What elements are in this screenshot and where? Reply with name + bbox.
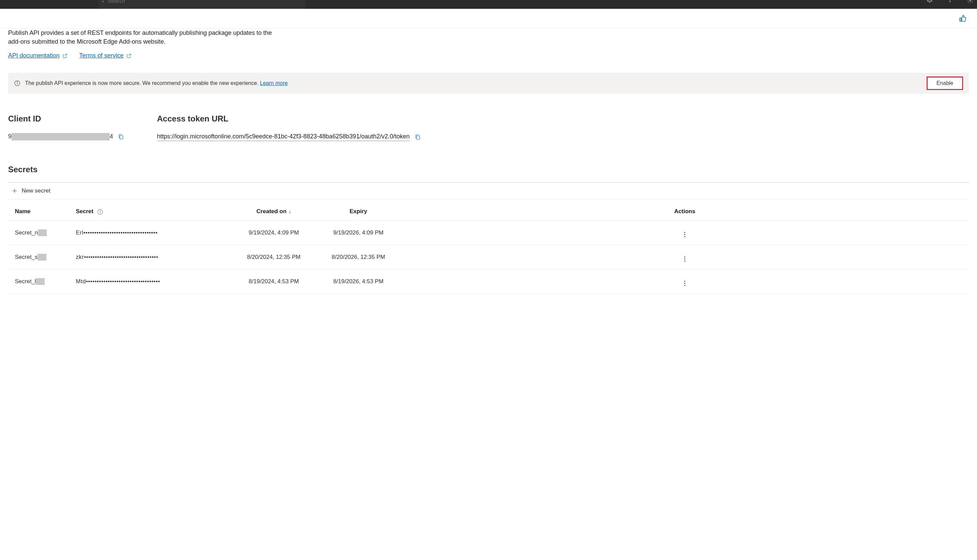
secrets-table: Name Secret Created on↓ Expiry Actions S… [8, 203, 969, 294]
client-id-value: 94 [8, 133, 113, 140]
svg-point-11 [100, 210, 100, 211]
topbar: › [0, 0, 977, 9]
secret-expiry: 8/19/2026, 4:53 PM [316, 269, 401, 294]
secret-value: zkr•••••••••••••••••••••••••••••••••• [76, 254, 158, 260]
client-id-label: Client ID [8, 114, 143, 123]
svg-point-4 [17, 82, 18, 83]
feedback-strip [0, 9, 977, 28]
secret-expiry: 9/19/2026, 4:09 PM [316, 221, 401, 245]
info-banner: The publish API experience is now more s… [8, 73, 969, 94]
secret-created: 8/20/2024, 12:35 PM [232, 245, 316, 269]
secret-name: Secret_l [15, 278, 62, 285]
learn-more-link[interactable]: Learn more [260, 80, 288, 86]
thumbs-up-icon[interactable] [959, 15, 967, 23]
secret-created: 8/19/2024, 4:53 PM [232, 269, 316, 294]
more-actions-button[interactable] [684, 281, 685, 286]
secret-name: Secret_s [15, 254, 62, 260]
new-secret-button[interactable]: New secret [8, 183, 969, 199]
copy-icon[interactable] [118, 134, 124, 140]
more-actions-button[interactable] [684, 257, 685, 262]
sort-down-icon: ↓ [288, 208, 292, 214]
search-box[interactable]: › [98, 0, 305, 9]
page-description: Publish API provides a set of REST endpo… [8, 28, 286, 46]
help-icon[interactable] [947, 0, 953, 3]
copy-icon[interactable] [415, 134, 421, 140]
secret-value: Erl•••••••••••••••••••••••••••••••••• [76, 229, 158, 236]
svg-rect-6 [417, 136, 420, 139]
col-actions: Actions [401, 203, 969, 221]
col-secret[interactable]: Secret [69, 203, 232, 221]
more-actions-button[interactable] [684, 232, 685, 237]
enable-button[interactable]: Enable [927, 77, 963, 90]
search-input[interactable] [108, 0, 301, 4]
secret-name: Secret_n [15, 229, 62, 236]
access-token-url-label: Access token URL [157, 114, 421, 123]
col-name[interactable]: Name [8, 203, 69, 221]
secrets-heading: Secrets [8, 165, 969, 174]
chevron-right-icon: › [102, 0, 103, 4]
api-documentation-link[interactable]: API documentation [8, 52, 68, 59]
table-row: Secret_nErl•••••••••••••••••••••••••••••… [8, 221, 969, 245]
secret-expiry: 8/20/2026, 12:35 PM [316, 245, 401, 269]
info-icon [14, 80, 20, 86]
external-link-icon [62, 53, 68, 58]
terms-of-service-link[interactable]: Terms of service [79, 52, 132, 59]
gear-icon[interactable] [967, 0, 974, 3]
col-expiry[interactable]: Expiry [316, 203, 401, 221]
plus-icon [12, 188, 18, 194]
table-row: Secret_lMtd•••••••••••••••••••••••••••••… [8, 269, 969, 294]
external-link-icon [126, 53, 132, 58]
secret-created: 9/19/2024, 4:09 PM [232, 221, 316, 245]
top-icons [926, 0, 974, 3]
table-row: Secret_szkr•••••••••••••••••••••••••••••… [8, 245, 969, 269]
banner-text: The publish API experience is now more s… [25, 80, 288, 86]
svg-point-1 [970, 0, 971, 1]
info-icon [97, 209, 103, 215]
access-token-url-value: https://login.microsoftonline.com/5c9eed… [157, 133, 410, 141]
svg-rect-5 [120, 136, 123, 139]
col-created[interactable]: Created on↓ [232, 203, 316, 221]
secret-value: Mtd•••••••••••••••••••••••••••••••••• [76, 278, 160, 285]
bell-icon[interactable] [926, 0, 933, 3]
